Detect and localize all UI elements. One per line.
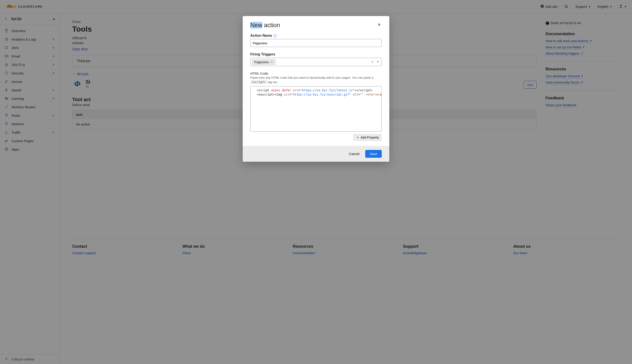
- trigger-chip: Pageview ✕: [252, 59, 275, 65]
- firing-triggers-label: Firing Triggers: [250, 52, 382, 56]
- firing-triggers-input[interactable]: Pageview ✕ ✕ ▼: [250, 58, 382, 66]
- modal-footer: Cancel Save: [243, 146, 389, 162]
- html-code-editor[interactable]: <script async defer src="https://sa.hyi.…: [250, 86, 382, 132]
- chip-remove-icon[interactable]: ✕: [271, 60, 273, 64]
- action-name-input[interactable]: [250, 39, 382, 47]
- action-name-label: Action Name i: [250, 34, 382, 38]
- close-icon[interactable]: ✕: [377, 22, 382, 28]
- html-code-label: HTML Code: [250, 72, 382, 75]
- save-button[interactable]: Save: [365, 150, 382, 158]
- modal-scrim[interactable]: New action ✕ Action Name i Firing Trigge…: [0, 0, 632, 364]
- cancel-button[interactable]: Cancel: [348, 150, 361, 158]
- info-icon[interactable]: i: [273, 34, 277, 38]
- add-property-button[interactable]: ＋ Add Property: [353, 134, 382, 141]
- modal-title: New action: [250, 22, 280, 29]
- html-code-hint: Paste here any HTML code that you want t…: [250, 76, 382, 84]
- dropdown-caret-icon[interactable]: ▼: [376, 60, 380, 64]
- new-action-modal: New action ✕ Action Name i Firing Trigge…: [243, 16, 389, 162]
- clear-all-icon[interactable]: ✕: [370, 60, 374, 64]
- plus-icon: ＋: [356, 136, 359, 140]
